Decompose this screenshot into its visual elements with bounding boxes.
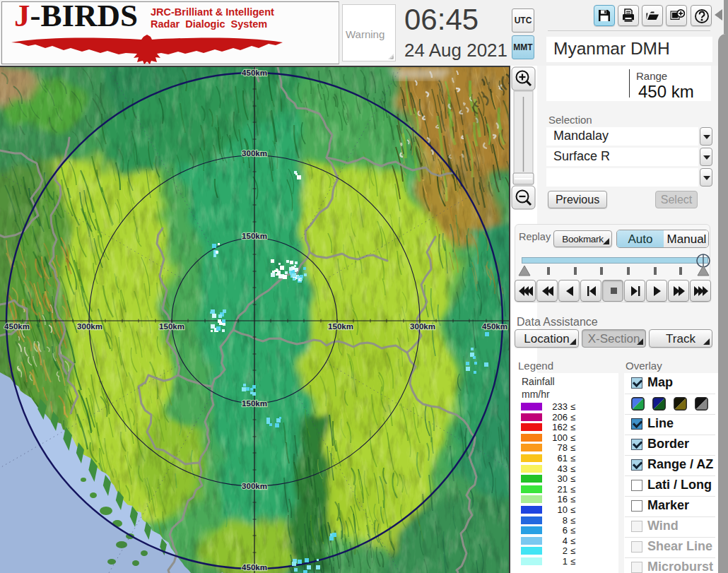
svg-text:450km: 450km	[242, 69, 267, 77]
svg-text:300km: 300km	[242, 149, 267, 158]
svg-text:450km: 450km	[242, 563, 267, 572]
svg-text:450km: 450km	[482, 322, 507, 331]
svg-text:300km: 300km	[242, 482, 267, 490]
svg-text:150km: 150km	[242, 399, 267, 408]
svg-text:150km: 150km	[328, 322, 353, 331]
svg-text:450km: 450km	[4, 322, 30, 331]
svg-text:300km: 300km	[77, 322, 102, 331]
svg-text:150km: 150km	[242, 232, 267, 240]
svg-text:150km: 150km	[159, 322, 184, 331]
svg-text:300km: 300km	[410, 322, 435, 331]
